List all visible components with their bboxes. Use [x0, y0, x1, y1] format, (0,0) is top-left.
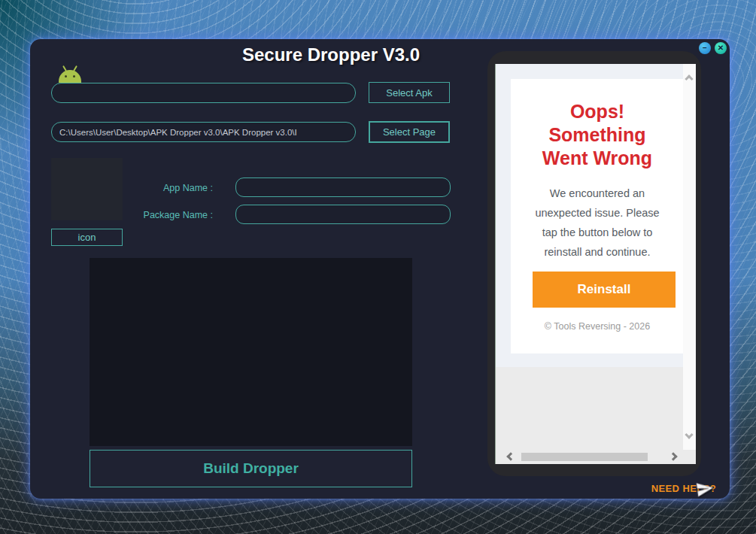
- error-page-card: Oops! Something Went Wrong We encountere…: [511, 79, 684, 353]
- app-window: Secure Dropper V3.0 − ✕ Select Apk Selec…: [30, 39, 730, 499]
- error-heading-line: Went Wrong: [511, 147, 684, 170]
- error-heading: Oops! Something Went Wrong: [511, 100, 684, 170]
- horizontal-scrollbar-thumb[interactable]: [521, 453, 648, 461]
- minimize-icon: −: [703, 44, 707, 52]
- horizontal-scrollbar[interactable]: [496, 450, 684, 464]
- app-name-input[interactable]: [235, 177, 451, 197]
- error-body-line: tap the button below to: [511, 223, 684, 242]
- error-heading-line: Oops!: [511, 100, 684, 123]
- close-icon: ✕: [718, 44, 724, 52]
- telegram-icon: [694, 478, 715, 499]
- desktop: { "window": { "title": "Secure Dropper V…: [0, 0, 756, 534]
- build-log-panel: [90, 258, 412, 446]
- apk-path-input[interactable]: [51, 83, 356, 103]
- minimize-button[interactable]: −: [699, 42, 711, 54]
- package-name-label: Package Name :: [120, 210, 213, 220]
- phone-preview-frame: Oops! Something Went Wrong We encountere…: [487, 51, 701, 476]
- chevron-right-icon[interactable]: [669, 452, 677, 460]
- android-eye-left: [65, 75, 67, 77]
- error-body-line: reinstall and continue.: [511, 242, 684, 262]
- close-button[interactable]: ✕: [715, 42, 727, 54]
- icon-select-button[interactable]: icon: [51, 229, 123, 246]
- android-head: [59, 70, 81, 83]
- build-dropper-button[interactable]: Build Dropper: [90, 450, 412, 487]
- error-body-line: unexpected issue. Please: [511, 203, 684, 223]
- select-apk-button[interactable]: Select Apk: [369, 82, 450, 103]
- error-body-text: We encountered an unexpected issue. Plea…: [511, 184, 684, 262]
- package-name-input[interactable]: [235, 205, 451, 224]
- error-body-line: We encountered an: [511, 184, 684, 203]
- chevron-down-icon[interactable]: [685, 430, 693, 438]
- vertical-scrollbar[interactable]: [683, 64, 696, 450]
- error-heading-line: Something: [511, 123, 684, 147]
- phone-preview-screen: Oops! Something Went Wrong We encountere…: [495, 64, 696, 464]
- icon-preview-box: [51, 158, 123, 220]
- copyright-text: © Tools Reversing - 2026: [511, 321, 684, 332]
- chevron-up-icon[interactable]: [685, 74, 693, 83]
- reinstall-button[interactable]: Reinstall: [533, 272, 676, 308]
- android-eye-right: [73, 75, 75, 77]
- app-name-label: App Name :: [120, 183, 213, 193]
- page-path-input[interactable]: [51, 122, 356, 142]
- window-title: Secure Dropper V3.0: [242, 44, 420, 65]
- chevron-left-icon[interactable]: [506, 452, 515, 460]
- select-page-button[interactable]: Select Page: [369, 121, 450, 143]
- android-icon: [59, 65, 81, 83]
- need-help-link[interactable]: NEED HELP?: [651, 483, 721, 494]
